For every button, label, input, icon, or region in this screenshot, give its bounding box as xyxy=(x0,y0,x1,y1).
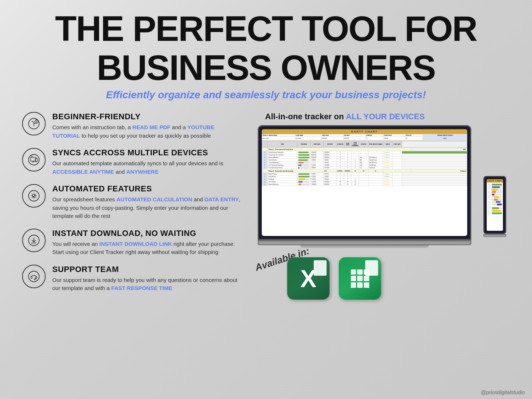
features-column: BEGINNER-FRIENDLY Comes with an instruct… xyxy=(22,112,243,392)
syncs-link2: ANYWHERE xyxy=(126,169,159,175)
download-icon-circle xyxy=(22,229,46,252)
gantt-row: 1 Project Planning / Organization 6/24/2… xyxy=(262,151,467,154)
title-line1: THE PERFECT TOOL FOR xyxy=(22,11,510,46)
grid-cell xyxy=(364,282,369,288)
download-link1: INSTANT DOWNLOAD LINK xyxy=(99,241,172,247)
laptop-base xyxy=(258,240,471,245)
grid-cell xyxy=(351,282,356,288)
tablet-overlay: GANTT CHART Budget Planning xyxy=(483,176,506,237)
feature-syncs: SYNCS ACCROSS MULTIPLE DEVICES Our autom… xyxy=(22,148,243,176)
multi-device-icon xyxy=(27,153,40,166)
gantt-row: 1 Budget Planning 7/1/2024 7/5/2024 4 4 xyxy=(262,173,467,176)
gantt-row: 3 Resource Allocation 6/28/2024 6/29/202… xyxy=(262,156,467,159)
automated-link2: DATA ENTRY xyxy=(204,196,239,202)
svg-point-8 xyxy=(29,191,39,201)
gantt-phase-2: Phase 2 - Execution and Reviewing 67% 6/… xyxy=(262,169,467,173)
gantt-phase-1: Phase 1 - Planning and Preparation 44% xyxy=(262,148,467,151)
gantt-row: 2 Project Kickoff 7/1/2024 7/2/2024 1 1 xyxy=(262,176,467,178)
grid-cell xyxy=(357,282,363,288)
gantt-row: 5 Progress Monitoring 7/16/2024 8/29/202… xyxy=(262,183,467,186)
syncs-link1: ACCESSIBLE ANYTIME xyxy=(52,169,114,175)
tablet-bars: Budget Planning Project Kickoff xyxy=(487,183,503,216)
title-line2: BUSINESS OWNERS xyxy=(22,50,510,85)
support-desc: Our support team is ready to help you wi… xyxy=(52,276,243,293)
gantt-chart: GANTT CHART PROJECT / SERVICE NAME CLIEN… xyxy=(262,129,467,236)
feature-automated: AUTOMATED FEATURES Our spreadsheet featu… xyxy=(22,184,243,220)
svg-point-12 xyxy=(29,271,39,282)
grid-cell xyxy=(357,276,363,281)
automated-text: AUTOMATED FEATURES Our spreadsheet featu… xyxy=(52,184,243,220)
main-container: THE PERFECT TOOL FOR BUSINESS OWNERS Eff… xyxy=(0,0,532,399)
laptop-screen: GANTT CHART PROJECT / SERVICE NAME CLIEN… xyxy=(258,125,471,240)
feature-beginner: BEGINNER-FRIENDLY Comes with an instruct… xyxy=(22,112,243,140)
download-text: INSTANT DOWNLOAD, NO WAITING You will re… xyxy=(52,229,243,257)
support-icon-circle xyxy=(22,265,46,288)
laptop-stand xyxy=(300,245,429,248)
beginner-desc: Comes with an instruction tab, a READ ME… xyxy=(52,123,243,140)
automated-desc: Our spreadsheet features AUTOMATED CALCU… xyxy=(52,195,243,220)
laptop-screen-inner: GANTT CHART PROJECT / SERVICE NAME CLIEN… xyxy=(262,129,467,236)
gantt-row: 4 Team Training 7/12/2024 8/22/2024 30 3… xyxy=(262,181,467,183)
subtitle: Efficiently organize and seamlessly trac… xyxy=(22,89,510,101)
download-icon xyxy=(27,234,40,247)
gantt-row: 6 User Training and Onboarding 7/5/2024 … xyxy=(262,164,467,167)
seedling-icon xyxy=(27,117,40,130)
sheets-app-icon xyxy=(339,257,381,300)
grid-cell xyxy=(364,269,369,275)
beginner-icon-circle xyxy=(22,112,46,135)
beginner-title: BEGINNER-FRIENDLY xyxy=(52,112,243,121)
beginner-link1: READ ME PDF xyxy=(133,124,170,130)
headset-icon xyxy=(27,270,40,283)
right-title: All-in-one tracker on ALL YOUR DEVICES xyxy=(265,112,425,121)
download-desc: You will receive an INSTANT DOWNLOAD LIN… xyxy=(52,240,243,257)
support-text: SUPPORT TEAM Our support team is ready t… xyxy=(52,265,243,293)
tablet-gantt: GANTT CHART Budget Planning xyxy=(487,179,503,231)
hero-title: THE PERFECT TOOL FOR BUSINESS OWNERS xyxy=(22,11,510,89)
watermark: @prioridigitalstudio xyxy=(481,389,525,395)
tablet-screen: GANTT CHART Budget Planning xyxy=(483,176,506,234)
gantt-row: 5 Contracting Strategy 7/1/2024 7/6/2024… xyxy=(262,162,467,164)
automated-icon-circle xyxy=(22,184,46,208)
tablet-base xyxy=(483,234,506,237)
feature-download: INSTANT DOWNLOAD, NO WAITING You will re… xyxy=(22,229,243,257)
gantt-row: 7 Post-Implementation Review 7/8/2024 8/… xyxy=(262,167,467,169)
gantt-title: GANTT CHART xyxy=(262,129,467,134)
laptop-mockup: GANTT CHART PROJECT / SERVICE NAME CLIEN… xyxy=(258,125,471,248)
syncs-text: SYNCS ACCROSS MULTIPLE DEVICES Our autom… xyxy=(52,148,243,176)
automated-title: AUTOMATED FEATURES xyxy=(52,184,243,194)
grid-cell xyxy=(351,276,356,281)
available-section: Available in: X xyxy=(258,257,510,300)
gantt-info-table: PROJECT / SERVICE NAME CLIENT NAME START… xyxy=(262,134,467,140)
automated-link1: AUTOMATED CALCULATION xyxy=(116,196,192,202)
feature-support: SUPPORT TEAM Our support team is ready t… xyxy=(22,265,243,293)
right-title-prefix: All-in-one tracker on xyxy=(265,112,346,121)
grid-cell xyxy=(351,269,356,275)
checkmark-gear-icon xyxy=(27,189,40,202)
available-inner: Available in: X xyxy=(258,257,510,300)
tablet-gantt-title: GANTT CHART xyxy=(487,179,503,183)
syncs-icon-circle xyxy=(22,148,46,172)
excel-app-icon: X xyxy=(287,257,330,300)
excel-letter: X xyxy=(300,266,316,291)
gantt-main-table: TASK PROGRESS START DATE END DATE DURATI… xyxy=(262,141,467,186)
gantt-row: 4 Vendor Selection 7/1/2024 7/5/2024 4 4… xyxy=(262,159,467,162)
sheets-grid xyxy=(347,266,373,292)
syncs-desc: Our automated template automatically syn… xyxy=(52,159,243,176)
beginner-text: BEGINNER-FRIENDLY Comes with an instruct… xyxy=(52,112,243,140)
support-link1: FAST RESPONSE TIME xyxy=(111,285,172,291)
tablet-screen-inner: GANTT CHART Budget Planning xyxy=(487,179,503,231)
download-title: INSTANT DOWNLOAD, NO WAITING xyxy=(52,229,243,238)
svg-point-15 xyxy=(35,279,35,279)
gantt-row: 2 Requirements / Documentation 6/26/2024… xyxy=(262,154,467,156)
syncs-title: SYNCS ACCROSS MULTIPLE DEVICES xyxy=(52,148,243,158)
device-mockup-container: GANTT CHART PROJECT / SERVICE NAME CLIEN… xyxy=(258,129,510,248)
grid-cell xyxy=(364,276,369,281)
grid-cell xyxy=(357,269,363,275)
right-title-highlight: ALL YOUR DEVICES xyxy=(346,112,424,121)
right-column: All-in-one tracker on ALL YOUR DEVICES G… xyxy=(258,112,510,392)
support-title: SUPPORT TEAM xyxy=(52,265,243,274)
content-area: BEGINNER-FRIENDLY Comes with an instruct… xyxy=(22,112,510,392)
gantt-row: 3 Scheduling 7/2/2024 7/9/2024 7 7 7 xyxy=(262,178,467,181)
